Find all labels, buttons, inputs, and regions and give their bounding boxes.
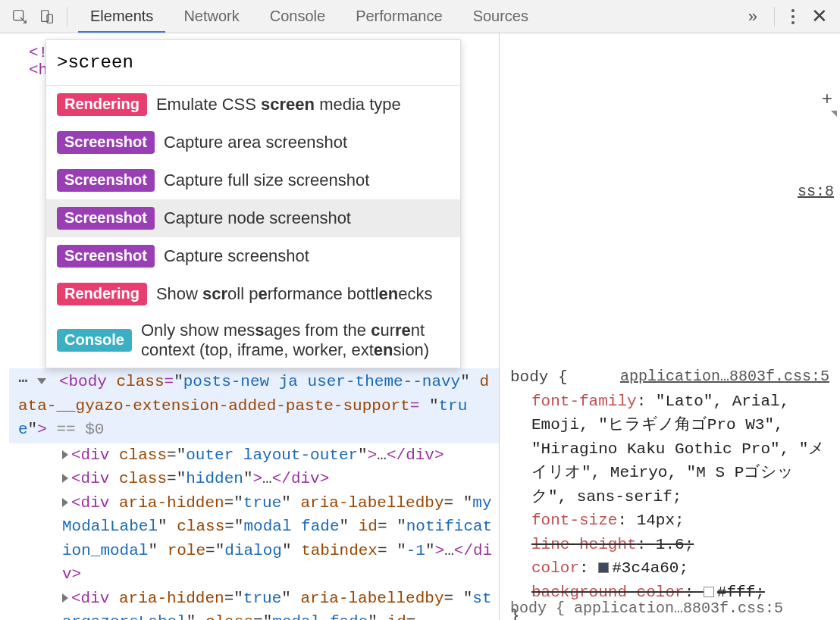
- color-swatch-icon[interactable]: [704, 587, 714, 597]
- devtools-toolbar: Elements Network Console Performance Sou…: [0, 0, 840, 33]
- dom-node[interactable]: <div aria-hidden="true" aria-labelledby=…: [9, 587, 499, 621]
- toolbar-divider: [67, 7, 67, 27]
- dom-node-selected[interactable]: ⋯ <body class="posts-new ja user-theme--…: [9, 368, 499, 443]
- expand-icon[interactable]: [37, 378, 46, 384]
- dom-node[interactable]: <div class="hidden">…</div>: [9, 467, 499, 491]
- tab-network[interactable]: Network: [168, 0, 254, 33]
- command-category-badge: Screenshot: [57, 131, 155, 154]
- command-menu-item[interactable]: RenderingEmulate CSS screen media type: [46, 86, 460, 124]
- command-menu-item[interactable]: ScreenshotCapture node screenshot: [46, 199, 460, 237]
- command-menu-list: RenderingEmulate CSS screen media typeSc…: [46, 86, 460, 368]
- command-menu-item[interactable]: ScreenshotCapture area screenshot: [46, 124, 460, 161]
- dom-tree[interactable]: ⋯ <body class="posts-new ja user-theme--…: [0, 368, 499, 620]
- close-devtools-icon[interactable]: ✕: [807, 5, 832, 28]
- command-label: Capture area screenshot: [164, 133, 347, 152]
- expand-icon[interactable]: [62, 498, 68, 507]
- stylesheet-ref[interactable]: ss:8: [798, 180, 834, 203]
- command-label: Show scroll performance bottlenecks: [156, 284, 432, 304]
- command-category-badge: Screenshot: [57, 207, 155, 230]
- command-label: Only show messages from the current cont…: [141, 321, 450, 360]
- tab-sources[interactable]: Sources: [458, 0, 544, 33]
- toolbar-divider: [774, 7, 775, 27]
- command-label: Emulate CSS screen media type: [156, 95, 401, 114]
- command-menu: RenderingEmulate CSS screen media typeSc…: [45, 39, 461, 368]
- command-menu-item[interactable]: ConsoleOnly show messages from the curre…: [46, 313, 460, 368]
- device-toggle-icon[interactable]: [35, 6, 59, 27]
- expand-icon[interactable]: [62, 474, 68, 483]
- css-rule[interactable]: body { application…8803f.css:5 font-fami…: [510, 365, 829, 620]
- tab-performance[interactable]: Performance: [340, 0, 458, 33]
- gutter-triangle-icon: [831, 111, 837, 117]
- command-label: Capture screenshot: [164, 246, 309, 266]
- elements-panel: <! <h RenderingEmulate CSS screen media …: [0, 33, 499, 620]
- expand-icon[interactable]: [62, 450, 68, 459]
- devtools-tabs: Elements Network Console Performance Sou…: [75, 0, 544, 33]
- command-category-badge: Console: [57, 329, 132, 352]
- inspect-element-icon[interactable]: [8, 6, 32, 27]
- expand-icon[interactable]: [62, 593, 68, 603]
- command-menu-item[interactable]: ScreenshotCapture screenshot: [46, 237, 460, 275]
- command-label: Capture full size screenshot: [164, 171, 369, 190]
- color-swatch-icon[interactable]: [598, 562, 609, 573]
- command-category-badge: Rendering: [57, 93, 147, 116]
- css-rule-next: body { application…8803f.css:5: [510, 597, 829, 620]
- command-category-badge: Rendering: [57, 283, 147, 305]
- styles-panel: + ss:8 body { application…8803f.css:5 fo…: [499, 33, 840, 620]
- command-menu-input[interactable]: [46, 40, 460, 86]
- settings-menu-icon[interactable]: [787, 5, 799, 29]
- new-style-rule-icon[interactable]: +: [817, 91, 837, 111]
- ellipsis-icon[interactable]: ⋯: [18, 373, 28, 390]
- command-menu-item[interactable]: RenderingShow scroll performance bottlen…: [46, 275, 460, 313]
- tab-console[interactable]: Console: [255, 0, 340, 33]
- command-label: Capture node screenshot: [164, 208, 351, 228]
- command-menu-item[interactable]: ScreenshotCapture full size screenshot: [46, 161, 460, 199]
- command-category-badge: Screenshot: [57, 245, 155, 268]
- more-tabs-icon[interactable]: »: [744, 7, 762, 27]
- css-selector[interactable]: body: [510, 368, 548, 386]
- command-category-badge: Screenshot: [57, 169, 155, 192]
- stylesheet-link[interactable]: application…8803f.css:5: [620, 365, 829, 388]
- dom-node[interactable]: <div class="outer layout-outer">…</div>: [9, 443, 499, 468]
- tab-elements[interactable]: Elements: [75, 0, 168, 33]
- dom-node[interactable]: <div aria-hidden="true" aria-labelledby=…: [9, 491, 499, 587]
